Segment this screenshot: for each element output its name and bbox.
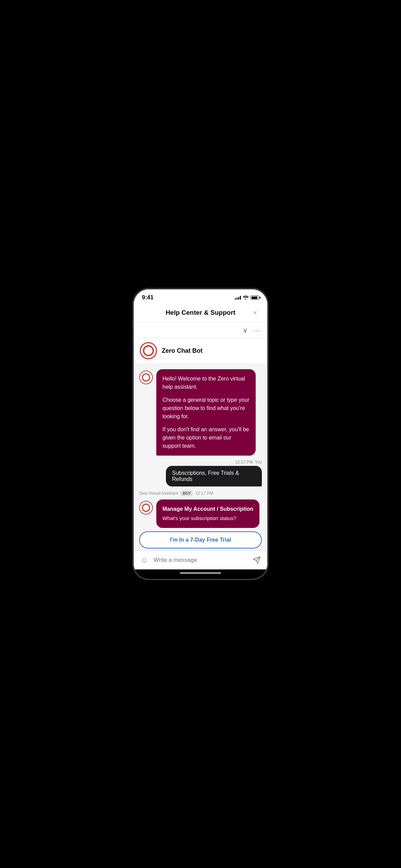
close-button[interactable]: ×: [250, 307, 260, 318]
user-message-meta: 12:17 PM You: [235, 460, 262, 465]
emoji-button[interactable]: ☺: [139, 555, 149, 565]
signal-bars-icon: [235, 296, 241, 300]
message-input-area: ☺: [134, 551, 267, 569]
page-title: Help Center & Support: [151, 309, 250, 316]
wifi-icon: [243, 296, 248, 300]
status-time: 9:41: [142, 294, 154, 301]
input-row: ☺: [139, 555, 262, 565]
bot-response-time: 12:17 PM: [195, 491, 213, 496]
bot-response-avatar-ring: [142, 504, 150, 512]
bot-name: Zero Chat Bot: [162, 347, 203, 354]
bot-message-avatar-ring: [142, 373, 150, 382]
chevron-down-icon[interactable]: ∨: [243, 326, 248, 334]
welcome-bubble: Hello! Welcome to the Zero virtual help …: [156, 369, 256, 456]
message-input[interactable]: [154, 555, 247, 565]
bot-badge: BOT: [181, 491, 193, 496]
bot-action-title: Manage My Account / Subscription: [162, 505, 253, 513]
welcome-instruction: Choose a general topic or type your ques…: [162, 396, 250, 421]
bot-response-avatar: [139, 501, 153, 515]
welcome-greeting: Hello! Welcome to the Zero virtual help …: [162, 375, 250, 391]
option-buttons: I'm In a 7-Day Free Trial I Have a Paid …: [139, 531, 262, 551]
bot-action-subtitle: What's your subscription status?: [162, 515, 236, 521]
bot-response-sender: Zero Virtual Assistant: [139, 491, 178, 496]
bot-message-avatar: [139, 371, 153, 384]
more-options-icon[interactable]: ···: [253, 326, 261, 334]
messages-area: Hello! Welcome to the Zero virtual help …: [134, 364, 267, 551]
home-bar: [180, 572, 221, 574]
bot-avatar: [140, 342, 157, 359]
send-button[interactable]: [252, 555, 262, 565]
status-bar: 9:41: [134, 289, 267, 303]
user-message-row: 12:17 PM You Subscriptions, Free Trials …: [139, 460, 262, 486]
bot-response-block: Zero Virtual Assistant BOT 12:17 PM Mana…: [139, 491, 262, 551]
battery-icon: [251, 296, 259, 300]
welcome-message-row: Hello! Welcome to the Zero virtual help …: [139, 369, 262, 456]
status-icons: [235, 296, 259, 300]
chat-controls: ∨ ···: [134, 323, 267, 338]
user-bubble: Subscriptions, Free Trials & Refunds: [166, 466, 262, 486]
bot-response-meta: Zero Virtual Assistant BOT 12:17 PM: [139, 491, 262, 496]
bot-action-bubble: Manage My Account / Subscription What's …: [156, 499, 259, 528]
phone-frame: 9:41 Help Center & Support ×: [134, 289, 267, 579]
option-free-trial-button[interactable]: I'm In a 7-Day Free Trial: [139, 531, 262, 548]
app-header: Help Center & Support ×: [134, 303, 267, 323]
home-indicator: [134, 569, 267, 579]
user-message-time: 12:17 PM: [235, 460, 253, 465]
bot-avatar-ring: [143, 345, 154, 356]
welcome-fallback: If you don't find an answer, you'll be g…: [162, 425, 250, 450]
user-message-sender: You: [255, 460, 262, 465]
chat-container: ∨ ··· Zero Chat Bot Hello! Welcome to th…: [134, 323, 267, 551]
bot-header: Zero Chat Bot: [134, 338, 267, 364]
